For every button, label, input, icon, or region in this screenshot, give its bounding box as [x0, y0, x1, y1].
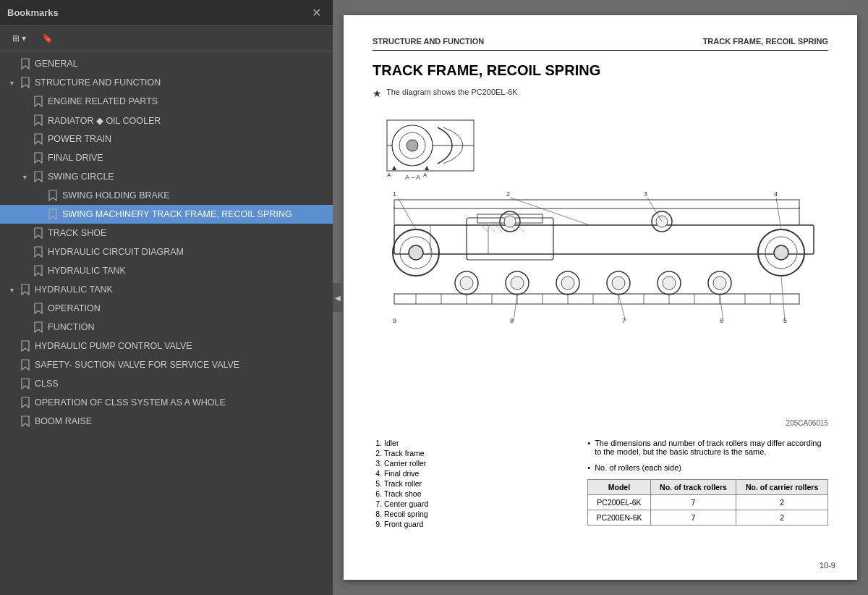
roller-table-cell: 7	[650, 510, 736, 526]
roller-table-header: No. of track rollers	[650, 480, 736, 495]
svg-line-76	[514, 294, 517, 321]
doc-header: STRUCTURE AND FUNCTION TRACK FRAME, RECO…	[373, 37, 828, 51]
parts-list-item: Track roller	[384, 479, 573, 488]
parts-list-item: Center guard	[384, 499, 573, 508]
view-button[interactable]: ⊞ ▾	[7, 30, 31, 46]
bookmark-flag-icon	[48, 190, 58, 201]
bookmark-flag-icon	[33, 133, 43, 145]
bookmark-item-radiator-oil-cooler[interactable]: RADIATOR ◆ OIL COOLER	[0, 111, 333, 130]
svg-text:5: 5	[783, 317, 787, 324]
bookmark-label: HYDRAULIC TANK	[48, 266, 126, 276]
expand-arrow	[9, 286, 17, 294]
bookmark-label: RADIATOR ◆ OIL COOLER	[48, 115, 161, 126]
bookmark-flag-icon	[20, 340, 30, 352]
bookmark-item-engine-related-parts[interactable]: ENGINE RELATED PARTS	[0, 92, 333, 111]
dimensions-note: The dimensions and number of track rolle…	[595, 439, 828, 456]
svg-text:2: 2	[506, 190, 510, 198]
bookmark-item-final-drive[interactable]: FINAL DRIVE	[0, 148, 333, 167]
svg-point-33	[460, 277, 473, 290]
svg-text:7: 7	[622, 317, 626, 324]
bookmark-flag-icon	[20, 284, 30, 295]
svg-point-3	[407, 140, 418, 151]
svg-point-41	[663, 277, 676, 290]
bookmark-item-function[interactable]: FUNCTION	[0, 318, 333, 337]
roller-table-cell: 7	[650, 495, 736, 510]
roller-table-row: PC200EN-6K72	[588, 510, 828, 526]
bookmark-label: CLSS	[35, 379, 59, 389]
bullet-icon2: •	[587, 463, 590, 472]
svg-text:A: A	[387, 172, 391, 178]
roller-table: ModelNo. of track rollersNo. of carrier …	[587, 479, 828, 526]
svg-text:9: 9	[393, 317, 396, 324]
doc-note: ★ The diagram shows the PC200EL-6K	[373, 88, 828, 99]
bookmark-flag-icon	[48, 208, 58, 220]
notes-area: • The dimensions and number of track rol…	[587, 439, 828, 530]
bookmark-item-power-train[interactable]: POWER TRAIN	[0, 130, 333, 148]
track-frame-diagram: A – A A A	[373, 109, 828, 413]
svg-text:3: 3	[644, 190, 647, 198]
bookmark-label: SWING CIRCLE	[48, 172, 114, 182]
grid-icon: ⊞	[12, 33, 20, 43]
bookmark-label: POWER TRAIN	[48, 134, 111, 144]
bookmark-item-safety-suction-valve[interactable]: SAFETY- SUCTION VALVE FOR SERVICE VALVE	[0, 355, 333, 374]
bookmark-item-operation-clss[interactable]: OPERATION OF CLSS SYSTEM AS A WHOLE	[0, 393, 333, 412]
bookmark-item-swing-machinery-track-frame[interactable]: SWING MACHINERY TRACK FRAME, RECOIL SPRI…	[0, 205, 333, 224]
bookmark-button[interactable]: 🔖	[37, 30, 58, 46]
bookmark-label: SWING MACHINERY TRACK FRAME, RECOIL SPRI…	[62, 209, 292, 219]
parts-list-item: Carrier roller	[384, 459, 573, 468]
svg-point-24	[409, 245, 423, 260]
roller-table-header: No. of carrier rollers	[736, 480, 828, 495]
bookmark-item-swing-circle[interactable]: SWING CIRCLE	[0, 167, 333, 186]
parts-list-item: Track shoe	[384, 489, 573, 498]
parts-list-item: Idler	[384, 439, 573, 447]
bookmark-item-swing-holding-brake[interactable]: SWING HOLDING BRAKE	[0, 186, 333, 205]
roller-table-header: Model	[588, 480, 650, 495]
svg-line-73	[510, 198, 590, 225]
svg-point-43	[713, 277, 726, 290]
page-title: TRACK FRAME, RECOIL SPRING	[373, 62, 828, 79]
svg-point-29	[504, 216, 516, 227]
bookmark-item-operation[interactable]: OPERATION	[0, 299, 333, 318]
bookmark-flag-icon	[20, 397, 30, 408]
sidebar-collapse-button[interactable]: ◀	[333, 283, 343, 312]
bookmark-label: TRACK SHOE	[48, 228, 106, 238]
parts-list-item: Front guard	[384, 520, 573, 528]
bookmark-label: STRUCTURE AND FUNCTION	[35, 77, 161, 88]
bookmark-item-hydraulic-circuit-diagram[interactable]: HYDRAULIC CIRCUIT DIAGRAM	[0, 242, 333, 261]
sidebar-title: Bookmarks	[7, 7, 59, 18]
bookmark-item-clss[interactable]: CLSS	[0, 374, 333, 393]
roller-table-row: PC200EL-6K72	[588, 495, 828, 510]
svg-line-79	[781, 276, 785, 321]
bookmark-item-hydraulic-tank[interactable]: HYDRAULIC TANK	[0, 261, 333, 280]
page-number: 10-9	[820, 561, 835, 570]
doc-header-right: TRACK FRAME, RECOIL SPRING	[703, 37, 828, 46]
roller-table-cell: PC200EL-6K	[588, 495, 650, 510]
svg-rect-44	[394, 294, 799, 304]
bookmark-flag-icon	[33, 152, 43, 164]
bookmark-item-general[interactable]: GENERAL	[0, 54, 333, 73]
bookmark-item-structure-and-function[interactable]: STRUCTURE AND FUNCTION	[0, 73, 333, 92]
main-content: STRUCTURE AND FUNCTION TRACK FRAME, RECO…	[333, 0, 868, 595]
bookmark-item-hydraulic-pump-control-valve[interactable]: HYDRAULIC PUMP CONTROL VALVE	[0, 337, 333, 355]
svg-text:A – A: A – A	[405, 174, 420, 181]
sidebar-close-button[interactable]: ✕	[307, 4, 326, 21]
bookmark-label: SWING HOLDING BRAKE	[62, 190, 170, 201]
bookmark-label: HYDRAULIC PUMP CONTROL VALVE	[35, 341, 192, 351]
bookmark-flag-icon	[33, 96, 43, 107]
bookmark-flag-icon	[20, 378, 30, 389]
note-text: The diagram shows the PC200EL-6K	[386, 88, 518, 96]
bookmark-item-boom-raise[interactable]: BOOM RAISE	[0, 412, 333, 431]
bullet-icon: •	[587, 439, 590, 447]
bookmark-label: BOOM RAISE	[35, 416, 92, 426]
bookmark-flag-icon	[33, 227, 43, 239]
roller-table-cell: PC200EN-6K	[588, 510, 650, 526]
bookmark-label: HYDRAULIC TANK	[35, 284, 113, 295]
bookmark-item-track-shoe[interactable]: TRACK SHOE	[0, 224, 333, 242]
doc-header-left: STRUCTURE AND FUNCTION	[373, 37, 484, 46]
bookmark-item-hydraulic-tank2[interactable]: HYDRAULIC TANK	[0, 280, 333, 299]
sidebar-toolbar: ⊞ ▾ 🔖	[0, 26, 333, 51]
roller-table-cell: 2	[736, 495, 828, 510]
bookmark-label: SAFETY- SUCTION VALVE FOR SERVICE VALVE	[35, 360, 239, 370]
sidebar: Bookmarks ✕ ⊞ ▾ 🔖 GENERAL STRUCTURE AND …	[0, 0, 333, 595]
parts-list-item: Final drive	[384, 469, 573, 478]
